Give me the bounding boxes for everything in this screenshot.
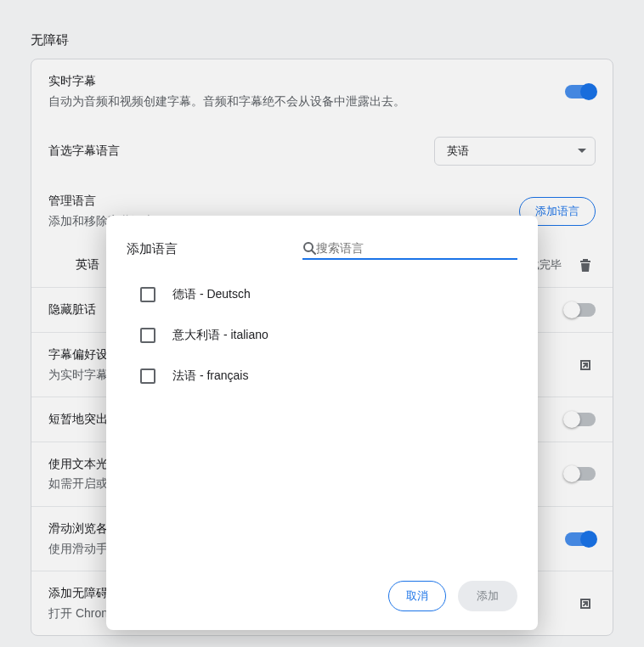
add-language-dialog: 添加语言 德语 - Deutsch 意大利语 - italiano 法语 - f… [106, 216, 538, 630]
dialog-title: 添加语言 [127, 241, 178, 257]
cancel-button[interactable]: 取消 [388, 581, 446, 611]
add-button[interactable]: 添加 [458, 581, 517, 611]
dialog-footer: 取消 添加 [106, 581, 538, 630]
dialog-header: 添加语言 [106, 216, 538, 267]
search-input[interactable] [316, 239, 517, 256]
checkbox[interactable] [140, 369, 155, 384]
option-french[interactable]: 法语 - français [140, 369, 517, 384]
search-field[interactable] [302, 238, 517, 260]
option-label: 德语 - Deutsch [172, 287, 251, 302]
option-italian[interactable]: 意大利语 - italiano [140, 328, 517, 343]
option-german[interactable]: 德语 - Deutsch [140, 287, 517, 302]
dialog-options-list: 德语 - Deutsch 意大利语 - italiano 法语 - frança… [106, 267, 538, 581]
search-icon [302, 241, 316, 255]
option-label: 法语 - français [172, 369, 248, 384]
checkbox[interactable] [140, 328, 155, 343]
checkbox[interactable] [140, 287, 155, 302]
option-label: 意大利语 - italiano [172, 328, 268, 343]
